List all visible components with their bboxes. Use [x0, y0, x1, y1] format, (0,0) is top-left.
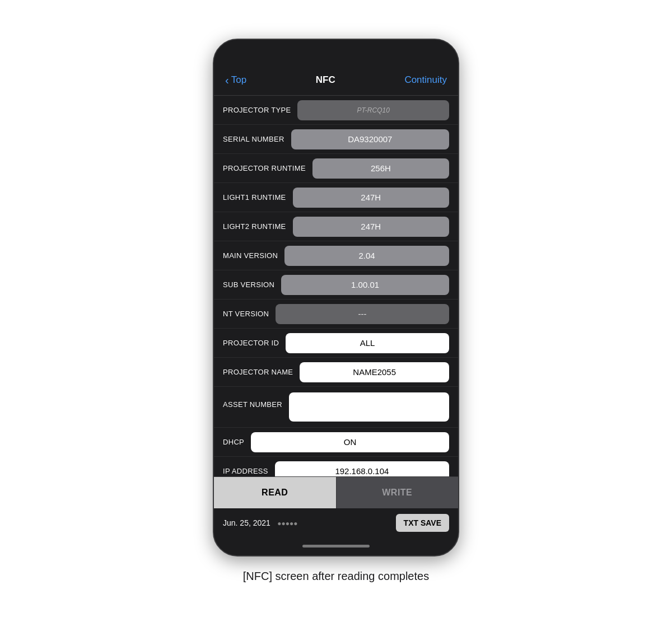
- table-row: PROJECTOR TYPE PT-RCQ10: [214, 96, 458, 125]
- serial-number-value: DA9320007: [348, 134, 392, 144]
- row-label-projector-id: PROJECTOR ID: [223, 339, 279, 347]
- home-indicator: [214, 536, 458, 555]
- table-row: PROJECTOR NAME NAME2055: [214, 358, 458, 387]
- row-value-projector-name[interactable]: NAME2055: [300, 362, 449, 382]
- light2-runtime-value: 247H: [361, 222, 381, 231]
- nt-version-value: ---: [358, 309, 367, 319]
- table-row: PROJECTOR ID ALL: [214, 329, 458, 358]
- footer-bar: Jun. 25, 2021 ●●●●● TXT SAVE: [214, 508, 458, 536]
- bottom-buttons: READ WRITE: [214, 476, 458, 508]
- nav-title: NFC: [316, 74, 335, 86]
- home-bar: [302, 545, 370, 548]
- row-label-projector-type: PROJECTOR TYPE: [223, 106, 291, 114]
- footer-date: Jun. 25, 2021: [223, 518, 270, 527]
- continuity-button[interactable]: Continuity: [404, 74, 447, 86]
- row-value-serial-number: DA9320007: [291, 129, 449, 149]
- row-label-nt-version: NT VERSION: [223, 310, 269, 318]
- chevron-left-icon: ‹: [225, 74, 229, 86]
- write-button[interactable]: WRITE: [337, 477, 459, 508]
- table-row: NT VERSION ---: [214, 300, 458, 329]
- back-button[interactable]: ‹ Top: [225, 74, 246, 86]
- table-row: SERIAL NUMBER DA9320007: [214, 125, 458, 154]
- txt-save-button[interactable]: TXT SAVE: [396, 514, 449, 532]
- row-value-projector-runtime: 256H: [312, 158, 449, 179]
- sub-version-value: 1.00.01: [351, 280, 379, 289]
- nav-bar: ‹ Top NFC Continuity: [214, 64, 458, 96]
- ip-address-value: 192.168.0.104: [335, 466, 389, 476]
- table-row: LIGHT1 RUNTIME 247H: [214, 183, 458, 212]
- row-label-projector-name: PROJECTOR NAME: [223, 368, 293, 376]
- phone-wrapper: ‹ Top NFC Continuity PROJECTOR TYPE PT-R…: [213, 39, 459, 583]
- table-row: MAIN VERSION 2.04: [214, 241, 458, 270]
- light1-runtime-value: 247H: [361, 193, 381, 202]
- row-label-light2-runtime: LIGHT2 RUNTIME: [223, 222, 286, 231]
- row-label-sub-version: SUB VERSION: [223, 280, 274, 289]
- status-bar: [214, 40, 458, 64]
- row-value-nt-version: ---: [276, 304, 449, 324]
- phone-frame: ‹ Top NFC Continuity PROJECTOR TYPE PT-R…: [213, 39, 459, 556]
- table-row: DHCP ON: [214, 428, 458, 457]
- table-row: PROJECTOR RUNTIME 256H: [214, 154, 458, 183]
- row-label-asset-number: ASSET NUMBER: [223, 392, 282, 409]
- row-value-sub-version: 1.00.01: [281, 275, 449, 295]
- row-value-dhcp[interactable]: ON: [251, 432, 449, 452]
- row-label-projector-runtime: PROJECTOR RUNTIME: [223, 164, 306, 172]
- footer-info: Jun. 25, 2021 ●●●●●: [223, 518, 298, 528]
- table-row: SUB VERSION 1.00.01: [214, 270, 458, 300]
- table-row: LIGHT2 RUNTIME 247H: [214, 212, 458, 241]
- back-label: Top: [231, 74, 246, 86]
- table-row: IP ADDRESS 192.168.0.104: [214, 457, 458, 476]
- projector-type-value: PT-RCQ10: [357, 106, 390, 114]
- table-row: ASSET NUMBER: [214, 387, 458, 428]
- projector-runtime-value: 256H: [371, 163, 391, 173]
- row-label-light1-runtime: LIGHT1 RUNTIME: [223, 193, 286, 202]
- row-label-dhcp: DHCP: [223, 438, 244, 446]
- row-value-projector-id[interactable]: ALL: [286, 333, 449, 353]
- asset-number-input[interactable]: [289, 392, 449, 422]
- row-value-light1-runtime: 247H: [293, 188, 449, 208]
- row-value-projector-type: PT-RCQ10: [297, 100, 449, 120]
- content-area: PROJECTOR TYPE PT-RCQ10 SERIAL NUMBER DA…: [214, 96, 458, 476]
- row-label-serial-number: SERIAL NUMBER: [223, 135, 284, 143]
- row-value-main-version: 2.04: [284, 246, 449, 266]
- dhcp-value: ON: [344, 437, 357, 447]
- projector-name-value: NAME2055: [353, 367, 396, 377]
- main-version-value: 2.04: [359, 251, 375, 260]
- read-button[interactable]: READ: [214, 477, 337, 508]
- row-label-ip-address: IP ADDRESS: [223, 467, 268, 475]
- projector-id-value: ALL: [360, 338, 375, 348]
- row-value-ip-address[interactable]: 192.168.0.104: [275, 461, 449, 477]
- page-caption: [NFC] screen after reading completes: [243, 570, 429, 583]
- row-label-main-version: MAIN VERSION: [223, 251, 278, 260]
- row-value-light2-runtime: 247H: [293, 217, 449, 237]
- footer-version: ●●●●●: [277, 520, 297, 527]
